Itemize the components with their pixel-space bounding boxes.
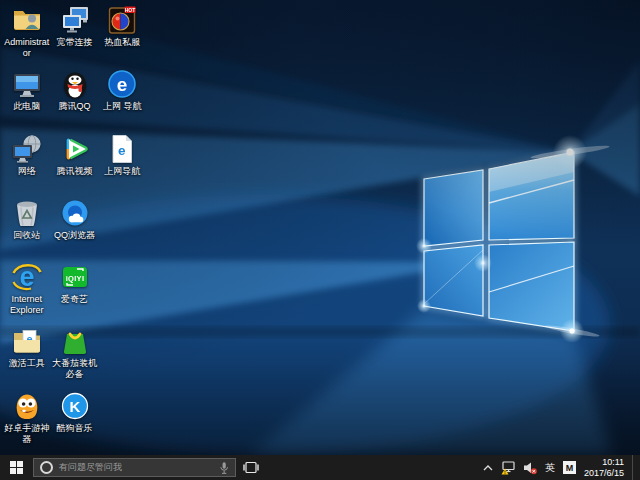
desktop-icon-administrator[interactable]: Administrator	[3, 4, 51, 68]
internet-explorer-icon: e	[11, 261, 43, 293]
icon-label: 好卓手游神器	[3, 423, 51, 445]
dual-monitor-icon	[59, 4, 91, 36]
user-folder-icon	[11, 4, 43, 36]
icon-label: 网络	[18, 166, 36, 177]
tray-overflow-chevron[interactable]	[483, 455, 493, 480]
iqiyi-icon: iQIYI	[59, 261, 91, 293]
icon-label: 爱奇艺	[61, 294, 88, 305]
desktop[interactable]: Administrator 此电脑 网络	[0, 0, 640, 455]
icon-label: 此电脑	[13, 101, 40, 112]
kugou-icon: K	[59, 390, 91, 422]
system-tray: 英 M 10:11 2017/6/15	[483, 455, 640, 480]
hot-badge: HOT	[125, 7, 136, 13]
tencent-video-icon	[59, 133, 91, 165]
shopping-bag-icon	[59, 325, 91, 357]
desktop-icon-web-navigation-round[interactable]: e 上网 导航	[98, 68, 146, 132]
icon-label: 激活工具	[9, 358, 45, 369]
clock-time: 10:11	[584, 457, 624, 468]
icon-label: 宽带连接	[57, 37, 93, 48]
task-view-button[interactable]	[236, 455, 266, 480]
desktop-icon-tencent-qq[interactable]: 腾讯QQ	[51, 68, 99, 132]
start-button[interactable]	[0, 455, 33, 480]
desktop-icon-iqiyi[interactable]: iQIYI 爱奇艺	[51, 261, 99, 325]
taskbar: 有问题尽管问我	[0, 455, 640, 480]
icon-label: 上网导航	[104, 166, 140, 177]
iqiyi-wordmark: iQIYI	[65, 274, 84, 283]
ime-language-indicator[interactable]: 英	[545, 455, 555, 480]
cortana-search-box[interactable]: 有问题尽管问我	[33, 458, 236, 477]
desktop-icon-big-tomato-installer[interactable]: 大番茄装机必备	[51, 325, 99, 389]
game-lens-icon: HOT	[106, 4, 138, 36]
ime-mode-badge[interactable]: M	[563, 461, 576, 474]
icon-label: 热血私服	[104, 37, 140, 48]
tools-folder-icon: e	[11, 325, 43, 357]
doc-e-letter: e	[118, 142, 126, 157]
desktop-icon-broadband-connection[interactable]: 宽带连接	[51, 4, 99, 68]
icon-label: 腾讯视频	[57, 166, 93, 177]
show-desktop-button[interactable]	[632, 455, 636, 480]
icon-label: Administrator	[3, 37, 51, 59]
network-status-button[interactable]	[501, 455, 515, 480]
kugou-letter: K	[69, 397, 80, 414]
network-warning-icon	[501, 461, 515, 475]
desktop-icon-network[interactable]: 网络	[3, 133, 51, 197]
desktop-icon-internet-explorer[interactable]: e Internet Explorer	[3, 261, 51, 325]
round-e-icon: e	[106, 68, 138, 100]
qq-browser-icon	[59, 197, 91, 229]
icon-label: Internet Explorer	[3, 294, 51, 316]
search-placeholder: 有问题尽管问我	[59, 461, 213, 474]
desktop-icon-tencent-video[interactable]: 腾讯视频	[51, 133, 99, 197]
icon-label: 腾讯QQ	[59, 101, 91, 112]
doc-e-icon: e	[106, 133, 138, 165]
cortana-icon	[40, 461, 53, 474]
qq-penguin-icon	[59, 68, 91, 100]
volume-muted-icon	[523, 461, 537, 475]
volume-button[interactable]	[523, 455, 537, 480]
desktop-icon-kugou-music[interactable]: K 酷狗音乐	[51, 390, 99, 454]
icon-label: 回收站	[13, 230, 40, 241]
recycle-bin-icon	[11, 197, 43, 229]
desktop-icon-qq-browser[interactable]: QQ浏览器	[51, 197, 99, 261]
clock-date: 2017/6/15	[584, 468, 624, 479]
icon-label: 酷狗音乐	[57, 423, 93, 434]
windows-logo-icon	[10, 461, 23, 474]
icon-label: 上网 导航	[103, 101, 142, 112]
nav-letter: e	[117, 74, 128, 95]
desktop-icon-haozhuo-mobile-games[interactable]: 好卓手游神器	[3, 390, 51, 454]
monitor-icon	[11, 68, 43, 100]
icon-label: 大番茄装机必备	[51, 358, 99, 380]
desktop-icon-grid: Administrator 此电脑 网络	[3, 4, 146, 454]
desktop-icon-web-navigation-doc[interactable]: e 上网导航	[98, 133, 146, 197]
desktop-icon-activation-tools[interactable]: e 激活工具	[3, 325, 51, 389]
microphone-icon[interactable]	[219, 461, 229, 475]
desktop-icon-recycle-bin[interactable]: 回收站	[3, 197, 51, 261]
desktop-icon-this-pc[interactable]: 此电脑	[3, 68, 51, 132]
chevron-up-icon	[483, 464, 493, 472]
task-view-icon	[243, 461, 259, 474]
monster-icon	[11, 390, 43, 422]
taskbar-clock[interactable]: 10:11 2017/6/15	[584, 457, 624, 478]
icon-label: QQ浏览器	[54, 230, 95, 241]
network-globe-icon	[11, 133, 43, 165]
desktop-icon-rexue-private-server[interactable]: HOT 热血私服	[98, 4, 146, 68]
